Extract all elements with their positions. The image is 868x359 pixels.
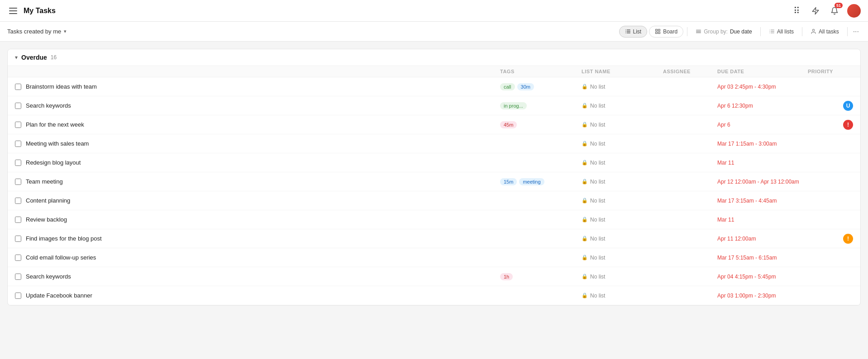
hamburger-menu[interactable] [7,6,19,16]
subheader-controls: List Board Group by: Due date All lists [619,26,861,38]
all-lists-label: All lists [777,28,794,35]
notification-count: 51 [835,3,843,8]
topbar-right: ⠿ 51 [790,4,861,18]
group-by-value: Due date [730,28,752,35]
list-icon [625,28,631,34]
task-checkbox-11[interactable] [15,293,21,299]
task-list-name: 🔒No list [582,160,663,166]
task-row: Content planning 🔒No listMar 17 3:15am -… [8,191,860,210]
task-checkbox-5[interactable] [15,179,21,185]
separator-1 [687,27,687,36]
svg-rect-7 [656,29,658,31]
lightning-icon[interactable] [809,5,822,17]
filter-label-button[interactable]: Tasks created by me ▾ [7,28,67,35]
tasks-filter-label: Tasks created by me [7,28,61,35]
task-checkbox-9[interactable] [15,255,21,261]
task-tags: 45m [500,121,582,128]
task-due-date: Mar 17 3:15am - 4:45am [717,198,808,204]
lock-icon: 🔒 [582,198,588,203]
group-by-label: Group by: [704,28,728,35]
separator-2 [760,27,761,36]
all-tasks-button[interactable]: All tasks [806,26,844,37]
board-view-button[interactable]: Board [649,26,683,38]
task-due-date: Apr 11 12:00am [717,236,808,242]
group-by-button[interactable]: Group by: Due date [691,26,756,37]
task-name-cell: Review backlog [26,216,500,223]
task-name-cell: Meeting with sales team [26,140,500,147]
task-tag[interactable]: meeting [519,178,544,185]
section-header: ▾ Overdue 16 [8,49,860,66]
main-content: ▾ Overdue 16 TAGS LIST NAME ASSIGNEE DUE… [0,42,868,313]
task-checkbox-8[interactable] [15,236,21,242]
lists-icon [769,28,775,34]
task-name: Update Facebook banner [26,292,92,299]
task-checkbox-4[interactable] [15,160,21,166]
task-tags: 15mmeeting [500,178,582,185]
task-tag[interactable]: 15m [500,178,517,185]
task-list-name: 🔒No list [582,293,663,299]
section-count: 16 [51,54,57,61]
task-list-name: 🔒No list [582,274,663,280]
task-checkbox-area: Cold email follow-up series [15,254,500,261]
priority-high-icon: ! [843,120,853,130]
task-list-name: 🔒No list [582,141,663,147]
task-list-name: 🔒No list [582,217,663,223]
task-list-name: 🔒No list [582,198,663,204]
task-due-date: Mar 17 1:15am - 3:00am [717,141,808,147]
task-tag[interactable]: 45m [500,121,517,128]
board-view-label: Board [663,28,677,35]
task-checkbox-area: Search keywords [15,102,500,109]
all-lists-button[interactable]: All lists [764,26,798,37]
section-collapse-button[interactable]: ▾ [15,54,18,61]
grid-icon[interactable]: ⠿ [790,5,803,17]
task-tags: 1h [500,273,582,280]
task-due-date: Apr 6 12:30pm [717,103,808,109]
task-checkbox-10[interactable] [15,274,21,280]
lock-icon: 🔒 [582,255,588,260]
lock-icon: 🔒 [582,179,588,184]
task-priority: U [808,101,853,111]
task-checkbox-1[interactable] [15,103,21,109]
task-name-cell: Content planning [26,197,500,204]
task-due-date: Apr 12 12:00am - Apr 13 12:00am [717,179,808,185]
task-name-cell: Cold email follow-up series [26,254,500,261]
task-checkbox-area: Plan for the next week [15,121,500,128]
task-row: Search keywords in prog...🔒No listApr 6 … [8,96,860,115]
task-name: Plan for the next week [26,121,84,128]
task-tag[interactable]: 30m [517,83,534,90]
task-tags: call30m [500,83,582,90]
person-icon [811,28,816,34]
avatar[interactable] [847,4,861,18]
list-view-button[interactable]: List [619,26,648,38]
task-list: Brainstorm ideas with team call30m🔒No li… [8,77,860,305]
task-list-name: 🔒No list [582,84,663,90]
task-tag[interactable]: call [500,83,515,90]
task-row: Find images for the blog post 🔒No listAp… [8,229,860,248]
task-name-cell: Redesign blog layout [26,159,500,166]
task-name: Content planning [26,197,70,204]
task-checkbox-2[interactable] [15,122,21,128]
task-name: Meeting with sales team [26,140,89,147]
col-header-tags: TAGS [500,69,582,74]
more-options-button[interactable]: ··· [851,26,861,38]
lock-icon: 🔒 [582,293,588,298]
task-due-date: Apr 03 2:45pm - 4:30pm [717,84,808,90]
task-name: Search keywords [26,273,71,280]
task-checkbox-7[interactable] [15,217,21,223]
notification-button[interactable]: 51 [828,5,841,17]
task-tag[interactable]: in prog... [500,102,527,109]
task-checkbox-6[interactable] [15,198,21,204]
task-tag[interactable]: 1h [500,273,513,280]
task-list-name: 🔒No list [582,103,663,109]
chevron-down-icon: ▾ [64,28,67,34]
svg-rect-10 [656,32,658,34]
task-checkbox-area: Update Facebook banner [15,292,500,299]
task-name: Search keywords [26,102,71,109]
task-checkbox-area: Review backlog [15,216,500,223]
task-list-name: 🔒No list [582,236,663,242]
task-checkbox-0[interactable] [15,84,21,90]
task-checkbox-area: Meeting with sales team [15,140,500,147]
task-checkbox-3[interactable] [15,141,21,147]
task-name-cell: Team meeting [26,178,500,185]
lock-icon: 🔒 [582,217,588,222]
